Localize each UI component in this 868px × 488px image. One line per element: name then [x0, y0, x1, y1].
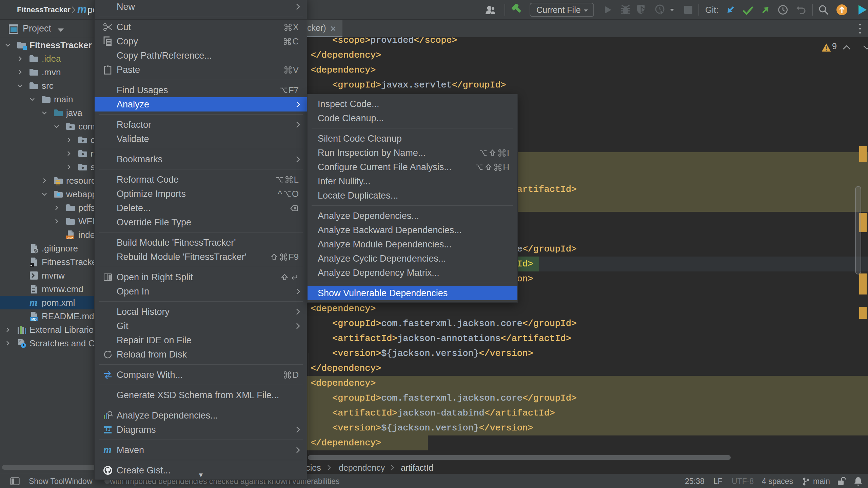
svg-text:m: m [103, 445, 112, 455]
svg-text:MD: MD [31, 318, 37, 321]
svg-text:JSP: JSP [67, 236, 73, 240]
svg-text:m: m [29, 298, 37, 307]
